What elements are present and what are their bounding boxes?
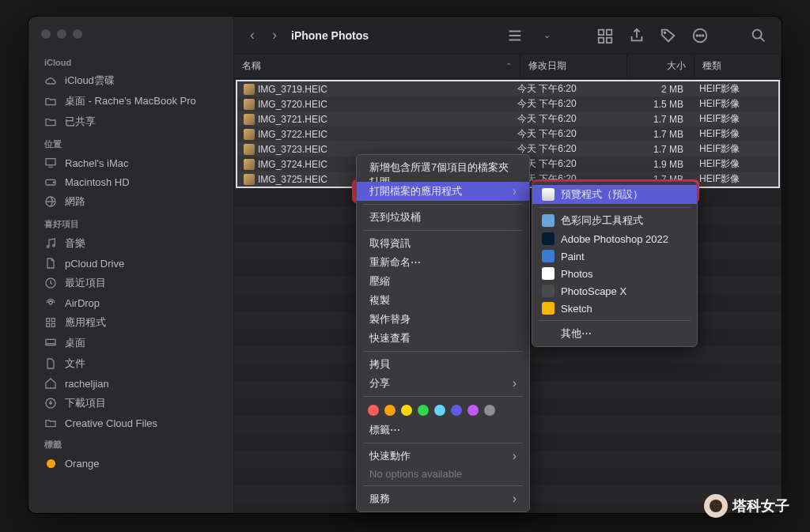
sidebar-item[interactable]: 下載項目 [28,393,233,413]
search-icon[interactable] [748,27,769,44]
share-icon[interactable] [626,27,647,44]
header-name[interactable]: 名稱⌃ [234,55,520,77]
globe-icon [44,195,57,208]
home-icon [44,377,57,390]
file-size: 2 MB [624,84,691,95]
file-row[interactable]: IMG_3722.HEIC今天 下午6:201.7 MBHEIF影像 [237,126,778,141]
sidebar-item[interactable]: 網路 [28,191,233,212]
header-size[interactable]: 大小 [627,55,695,77]
header-kind[interactable]: 種類 [695,55,782,77]
close-button[interactable] [41,29,51,39]
svg-rect-21 [607,37,611,42]
tag-swatch[interactable] [484,405,495,416]
sidebar-item-label: 最近項目 [65,276,106,290]
sub-other[interactable]: 其他⋯ [532,324,697,343]
sidebar-item[interactable]: iCloud雲碟 [28,70,233,91]
view-chevron-icon[interactable]: ⌄ [536,27,557,44]
tag-swatch[interactable] [434,405,445,416]
sidebar-item[interactable]: 應用程式 [28,312,233,333]
file-kind: HEIF影像 [691,157,778,171]
zoom-button[interactable] [73,29,82,39]
disk-icon [44,175,57,188]
sidebar-item[interactable]: 最近項目 [28,273,233,293]
sidebar-item[interactable]: Creative Cloud Files [28,413,233,432]
ctx-trash[interactable]: 丟到垃圾桶 [357,208,529,227]
sidebar-item-label: Creative Cloud Files [65,417,157,429]
section-label: 標籤 [28,432,233,454]
tag-icon[interactable] [658,27,679,44]
separator [363,485,523,486]
header-date[interactable]: 修改日期 [520,55,627,77]
sub-app[interactable]: 色彩同步工具程式 [532,211,697,230]
file-row[interactable]: IMG_3720.HEIC今天 下午6:201.5 MBHEIF影像 [237,96,778,111]
ctx-duplicate[interactable]: 複製 [357,291,529,310]
ctx-share[interactable]: 分享 [357,374,529,393]
sub-app[interactable]: Photos [532,265,697,282]
sidebar-item[interactable]: pCloud Drive [28,254,233,273]
ctx-open-with[interactable]: 打開檔案的應用程式 [357,182,529,201]
sidebar-item[interactable]: 桌面 [28,333,233,353]
ctx-quicklook[interactable]: 快速查看 [357,329,529,348]
tag-swatch[interactable] [384,405,396,416]
file-kind: HEIF影像 [691,127,778,141]
display-icon [44,157,57,169]
svg-point-24 [696,35,698,36]
sidebar-item[interactable]: AirDrop [28,293,233,312]
svg-rect-10 [51,319,55,322]
sidebar-item[interactable]: Orange [28,454,233,473]
window-title: iPhone Photos [291,29,494,42]
tag-swatch[interactable] [467,405,479,416]
ctx-services[interactable]: 服務 [357,489,529,508]
file-date: 今天 下午6:20 [517,112,624,126]
app-label: Sketch [561,303,592,315]
section-label: iCloud [28,51,233,70]
file-size: 1.5 MB [624,99,691,110]
tag-swatch[interactable] [368,405,379,416]
svg-point-6 [53,244,55,247]
file-kind: HEIF影像 [691,112,778,126]
svg-point-26 [702,35,704,36]
minimize-button[interactable] [57,29,66,39]
back-button[interactable]: ‹ [247,25,258,45]
tag-swatch[interactable] [401,405,412,416]
sidebar-item[interactable]: 音樂 [28,233,233,254]
tag-swatch[interactable] [418,405,429,416]
ctx-get-info[interactable]: 取得資訊 [357,234,529,253]
sub-app[interactable]: Adobe Photoshop 2022 [532,230,697,247]
sub-app[interactable]: PhotoScape X [532,282,697,300]
sidebar-item[interactable]: 文件 [28,353,233,374]
ctx-new-folder[interactable]: 新增包含所選7個項目的檔案夾 [357,158,529,177]
file-kind: HEIF影像 [691,82,778,96]
separator [363,443,523,443]
ctx-quick-actions[interactable]: 快速動作 [357,447,529,466]
file-row[interactable]: IMG_3721.HEIC今天 下午6:201.7 MBHEIF影像 [237,111,778,126]
folder-icon [44,417,57,429]
ctx-copy[interactable]: 拷貝 [357,355,529,374]
sidebar-item[interactable]: 桌面 - Rache's MacBook Pro [28,91,233,111]
svg-rect-11 [47,323,50,326]
svg-rect-12 [51,323,55,326]
tag-swatch[interactable] [451,405,462,416]
file-row[interactable]: IMG_3719.HEIC今天 下午6:202 MBHEIF影像 [237,81,778,96]
ctx-alias[interactable]: 製作替身 [357,310,529,329]
sub-default-preview[interactable]: 預覽程式（預設） [532,185,697,204]
more-icon[interactable] [690,27,710,44]
group-icon[interactable] [595,27,615,44]
sidebar-item[interactable]: Macintosh HD [28,172,233,191]
forward-button[interactable]: › [269,25,280,45]
sidebar-item[interactable]: 已共享 [28,111,233,132]
sidebar-item[interactable]: racheljian [28,374,233,393]
sub-app[interactable]: Paint [532,247,697,265]
svg-point-25 [699,35,701,36]
ctx-rename[interactable]: 重新命名⋯ [357,253,529,272]
sidebar-item[interactable]: Rachel's iMac [28,153,233,172]
column-headers: 名稱⌃ 修改日期 大小 種類 [234,55,782,78]
ctx-tags[interactable]: 標籤⋯ [357,421,529,440]
ctx-compress[interactable]: 壓縮 [357,272,529,291]
view-list-icon[interactable] [505,27,525,44]
watermark-logo [704,494,728,518]
context-menu: 新增包含所選7個項目的檔案夾 打開 打開檔案的應用程式 丟到垃圾桶 取得資訊 重… [356,154,530,512]
svg-rect-0 [46,159,55,165]
sidebar-item-label: AirDrop [65,297,100,309]
sub-app[interactable]: Sketch [532,300,697,317]
